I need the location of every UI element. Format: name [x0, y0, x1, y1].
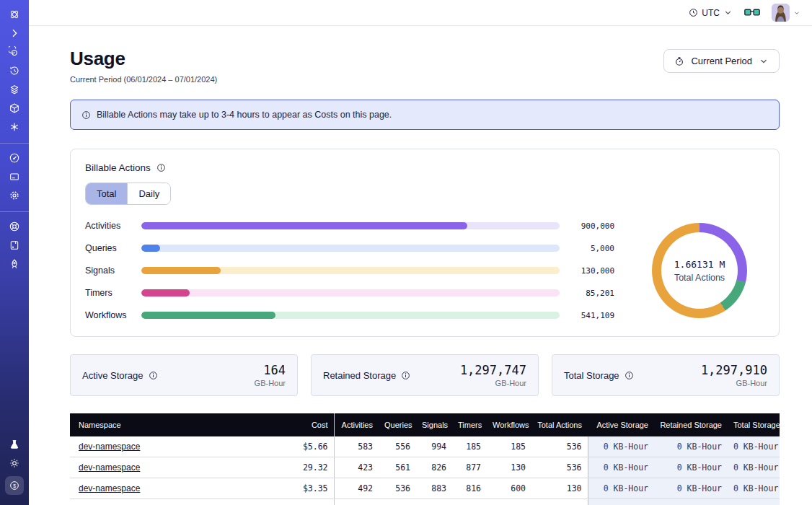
column-header-timers: Timers [452, 413, 487, 436]
namespace-link[interactable]: dev-namespace [79, 442, 140, 452]
timezone-label: UTC [702, 8, 720, 18]
bar-fill [141, 245, 160, 252]
cell-namespace: dev-namespace [70, 436, 283, 457]
period-selector-button[interactable]: Current Period [663, 49, 780, 73]
bar-value: 85,201 [568, 289, 614, 298]
cell-retained_storage: 0 KB-Hour [654, 478, 728, 499]
user-menu[interactable] [772, 4, 800, 22]
stopwatch-icon [674, 56, 684, 66]
avatar[interactable] [772, 4, 790, 22]
cell-signals [416, 499, 452, 505]
layers-icon[interactable] [0, 84, 29, 95]
total-storage-value: 1,297,910 [701, 363, 767, 377]
credits-icon[interactable]: $ [5, 476, 24, 495]
banner-text: Billable Actions may take up to 3-4 hour… [97, 110, 392, 120]
clock-icon [689, 8, 698, 17]
usage-icon[interactable] [0, 152, 29, 164]
column-header-retained_storage: Retained Storage [654, 413, 728, 436]
cell-queries: 561 [379, 457, 416, 478]
table-header-row: NamespaceCostActivitiesQueriesSignalsTim… [70, 413, 780, 436]
cell-workflows: 130 [487, 457, 531, 478]
bar-track [141, 267, 560, 274]
glasses-icon[interactable] [744, 7, 760, 18]
cell-retained_storage [654, 499, 728, 505]
cell-timers: 185 [452, 436, 487, 457]
cell-active_storage [588, 499, 654, 505]
table-row: dev-namespace29.324235618268771305360 KB… [70, 457, 780, 478]
theme-icon[interactable] [0, 457, 29, 469]
total-storage-card: Total Storage 1,297,910 GB-Hour [552, 354, 780, 396]
cell-timers: 816 [452, 478, 487, 499]
expand-icon[interactable] [0, 27, 29, 39]
namespace-link[interactable]: dev-namespace [79, 462, 140, 473]
column-header-workflows: Workflows [487, 413, 531, 436]
history-icon[interactable] [0, 65, 29, 76]
cell-activities: 492 [334, 478, 379, 499]
column-header-total_storage: Total Storage [728, 413, 780, 436]
table-row [70, 499, 780, 505]
bar-row: Workflows541,109 [85, 310, 614, 320]
cell-total_actions: 130 [531, 478, 588, 499]
bar-fill [141, 312, 275, 319]
settings-icon[interactable] [0, 190, 29, 201]
info-icon[interactable] [625, 371, 634, 380]
billing-icon[interactable] [0, 171, 29, 183]
cell-workflows: 600 [487, 478, 531, 499]
cube-icon[interactable] [0, 102, 29, 114]
page-title: Usage [70, 48, 217, 70]
billable-actions-card: Billable Actions Total Daily Activities9… [70, 149, 780, 337]
docs-icon[interactable] [0, 240, 29, 251]
column-header-activities: Activities [334, 413, 379, 436]
cell-activities: 583 [334, 436, 379, 457]
cell-cost: $3.35 [283, 478, 334, 499]
timezone-selector[interactable]: UTC [689, 8, 733, 18]
cell-signals: 826 [416, 457, 452, 478]
bar-row: Signals130,000 [85, 265, 614, 276]
namespace-link[interactable]: dev-namespace [79, 483, 140, 493]
cell-namespace: dev-namespace [70, 478, 283, 499]
chevron-down-icon [759, 56, 769, 66]
support-icon[interactable] [0, 221, 29, 232]
cell-namespace [70, 499, 283, 505]
cell-total_actions [531, 499, 588, 505]
donut-center-value: 1.66131 M [674, 259, 725, 270]
cell-active_storage: 0 KB-Hour [588, 478, 654, 499]
table-row: dev-namespace$5.665835569941851855360 KB… [70, 436, 780, 457]
tab-daily[interactable]: Daily [127, 183, 170, 204]
active-storage-unit: GB-Hour [255, 379, 286, 387]
cell-cost: 29.32 [283, 457, 334, 478]
namespace-usage-table: NamespaceCostActivitiesQueriesSignalsTim… [70, 413, 780, 505]
temporal-logo[interactable] [0, 9, 29, 20]
active-storage-value: 164 [255, 363, 286, 377]
bar-row: Timers85,201 [85, 288, 614, 298]
info-icon[interactable] [401, 371, 410, 380]
cell-total_storage: 0 KB-Hour [728, 436, 780, 457]
chevron-down-icon [723, 8, 733, 17]
cell-total_storage: 0 KB-Hour [728, 478, 780, 499]
sidebar: $ [0, 0, 29, 505]
tab-total[interactable]: Total [86, 183, 127, 204]
getting-started-icon[interactable] [0, 258, 29, 270]
bar-fill [141, 289, 190, 297]
labs-icon[interactable] [0, 439, 29, 450]
nexus-icon[interactable] [0, 121, 29, 133]
column-header-total_actions: Total Actions [531, 413, 588, 436]
topbar: UTC [29, 0, 812, 26]
cell-retained_storage: 0 KB-Hour [654, 457, 728, 478]
namespaces-icon[interactable] [0, 46, 29, 58]
info-icon[interactable] [149, 371, 158, 380]
bar-track [141, 222, 560, 229]
bar-label: Activities [85, 221, 133, 231]
cell-signals: 994 [416, 436, 452, 457]
cell-workflows: 185 [487, 436, 531, 457]
cell-activities: 423 [334, 457, 379, 478]
info-banner: Billable Actions may take up to 3-4 hour… [70, 100, 780, 130]
sidebar-divider [0, 211, 29, 212]
column-header-namespace: Namespace [70, 413, 283, 436]
bar-track [141, 245, 560, 252]
info-icon[interactable] [156, 163, 166, 172]
cell-retained_storage: 0 KB-Hour [654, 436, 728, 457]
bar-track [141, 289, 560, 297]
bar-row: Queries5,000 [85, 243, 614, 253]
bar-fill [141, 222, 467, 229]
